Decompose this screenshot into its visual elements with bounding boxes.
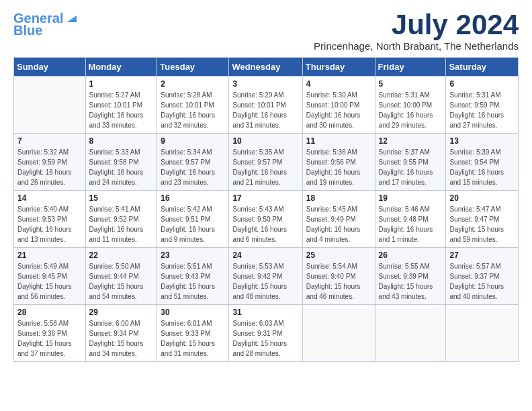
table-row: 17Sunrise: 5:43 AMSunset: 9:50 PMDayligh…	[229, 191, 302, 248]
day-number: 22	[89, 250, 154, 260]
daylight-hours: Daylight: 15 hours	[449, 226, 504, 233]
daylight-hours: Daylight: 16 hours	[306, 226, 361, 233]
sunrise-time: Sunrise: 5:42 AM	[161, 205, 212, 213]
day-number: 13	[449, 136, 515, 146]
day-number: 26	[379, 250, 443, 260]
daylight-minutes: and 31 minutes.	[161, 350, 208, 357]
sunrise-time: Sunrise: 5:58 AM	[17, 320, 69, 327]
daylight-minutes: and 48 minutes.	[232, 293, 280, 300]
sunset-time: Sunset: 9:55 PM	[379, 158, 429, 166]
day-number: 2	[161, 79, 225, 89]
day-number: 30	[161, 308, 225, 317]
sunrise-time: Sunrise: 5:34 AM	[161, 148, 212, 156]
sunrise-time: Sunrise: 5:51 AM	[161, 263, 212, 270]
day-info: Sunrise: 5:30 AMSunset: 10:00 PMDaylight…	[306, 90, 371, 130]
table-row: 27Sunrise: 5:57 AMSunset: 9:37 PMDayligh…	[446, 248, 519, 305]
sunrise-time: Sunrise: 5:33 AM	[89, 148, 140, 156]
day-info: Sunrise: 5:28 AMSunset: 10:01 PMDaylight…	[161, 90, 225, 130]
sunset-time: Sunset: 10:00 PM	[306, 101, 360, 109]
sunset-time: Sunset: 10:01 PM	[232, 101, 286, 109]
table-row: 11Sunrise: 5:36 AMSunset: 9:56 PMDayligh…	[302, 134, 375, 191]
sunrise-time: Sunrise: 5:40 AM	[17, 205, 69, 213]
daylight-hours: Daylight: 15 hours	[379, 283, 433, 290]
sunrise-time: Sunrise: 5:50 AM	[89, 263, 140, 270]
sunrise-time: Sunrise: 5:32 AM	[17, 148, 69, 156]
sunset-time: Sunset: 9:59 PM	[17, 158, 67, 166]
sunset-time: Sunset: 9:47 PM	[449, 216, 499, 223]
sunset-time: Sunset: 10:00 PM	[379, 101, 433, 109]
sunrise-time: Sunrise: 5:53 AM	[232, 263, 283, 270]
daylight-hours: Daylight: 16 hours	[89, 169, 144, 176]
daylight-hours: Daylight: 16 hours	[232, 226, 287, 233]
day-info: Sunrise: 5:58 AMSunset: 9:36 PMDaylight:…	[17, 318, 82, 359]
sunset-time: Sunset: 9:51 PM	[161, 216, 210, 223]
sunset-time: Sunset: 9:54 PM	[449, 158, 499, 166]
daylight-hours: Daylight: 15 hours	[89, 283, 144, 290]
header-wednesday: Wednesday	[229, 58, 302, 77]
sunrise-time: Sunrise: 6:00 AM	[89, 320, 140, 327]
day-number: 7	[17, 136, 82, 146]
sunset-time: Sunset: 9:58 PM	[89, 158, 139, 166]
day-info: Sunrise: 5:29 AMSunset: 10:01 PMDaylight…	[232, 90, 298, 130]
daylight-hours: Daylight: 15 hours	[17, 340, 72, 347]
sunset-time: Sunset: 9:53 PM	[17, 216, 67, 223]
day-info: Sunrise: 6:00 AMSunset: 9:34 PMDaylight:…	[89, 318, 154, 359]
daylight-hours: Daylight: 15 hours	[161, 283, 215, 290]
daylight-minutes: and 40 minutes.	[449, 293, 497, 300]
calendar-week-3: 14Sunrise: 5:40 AMSunset: 9:53 PMDayligh…	[14, 191, 519, 248]
month-title: July 2024	[314, 11, 519, 39]
sunrise-time: Sunrise: 5:57 AM	[449, 263, 500, 270]
table-row: 7Sunrise: 5:32 AMSunset: 9:59 PMDaylight…	[14, 134, 86, 191]
table-row: 5Sunrise: 5:31 AMSunset: 10:00 PMDayligh…	[375, 77, 446, 134]
day-number: 17	[232, 193, 298, 203]
day-info: Sunrise: 5:46 AMSunset: 9:48 PMDaylight:…	[379, 204, 443, 244]
sunset-time: Sunset: 9:40 PM	[306, 273, 356, 280]
sunset-time: Sunset: 9:57 PM	[232, 158, 282, 166]
header-friday: Friday	[375, 58, 446, 77]
day-number: 3	[232, 79, 298, 89]
day-number: 5	[379, 79, 443, 89]
sunset-time: Sunset: 9:57 PM	[161, 158, 210, 166]
daylight-hours: Daylight: 16 hours	[161, 226, 215, 233]
calendar-week-2: 7Sunrise: 5:32 AMSunset: 9:59 PMDaylight…	[14, 134, 519, 191]
day-info: Sunrise: 5:31 AMSunset: 10:00 PMDaylight…	[379, 90, 443, 130]
day-info: Sunrise: 5:40 AMSunset: 9:53 PMDaylight:…	[17, 204, 82, 244]
daylight-hours: Daylight: 16 hours	[306, 169, 361, 176]
daylight-hours: Daylight: 16 hours	[379, 169, 433, 176]
table-row: 18Sunrise: 5:45 AMSunset: 9:49 PMDayligh…	[302, 191, 375, 248]
sunrise-time: Sunrise: 5:28 AM	[161, 91, 212, 99]
daylight-minutes: and 9 minutes.	[161, 236, 205, 243]
daylight-hours: Daylight: 16 hours	[449, 111, 504, 119]
daylight-hours: Daylight: 16 hours	[232, 169, 287, 176]
daylight-hours: Daylight: 16 hours	[379, 226, 433, 233]
logo: General Blue	[13, 11, 79, 38]
calendar-table: Sunday Monday Tuesday Wednesday Thursday…	[13, 57, 519, 362]
sunset-time: Sunset: 9:45 PM	[17, 273, 67, 280]
day-info: Sunrise: 5:55 AMSunset: 9:39 PMDaylight:…	[379, 261, 443, 302]
daylight-minutes: and 11 minutes.	[89, 236, 137, 243]
table-row: 3Sunrise: 5:29 AMSunset: 10:01 PMDayligh…	[229, 77, 302, 134]
day-number: 14	[17, 193, 82, 203]
daylight-minutes: and 37 minutes.	[17, 350, 65, 357]
day-number: 28	[17, 308, 82, 317]
day-info: Sunrise: 5:43 AMSunset: 9:50 PMDaylight:…	[232, 204, 298, 244]
sunrise-time: Sunrise: 5:36 AM	[306, 148, 357, 156]
daylight-hours: Daylight: 16 hours	[232, 111, 287, 119]
day-number: 15	[89, 193, 154, 203]
header-sunday: Sunday	[14, 58, 86, 77]
sunset-time: Sunset: 9:49 PM	[306, 216, 356, 223]
table-row: 31Sunrise: 6:03 AMSunset: 9:31 PMDayligh…	[229, 305, 302, 362]
table-row: 19Sunrise: 5:46 AMSunset: 9:48 PMDayligh…	[375, 191, 446, 248]
day-info: Sunrise: 5:57 AMSunset: 9:37 PMDaylight:…	[449, 261, 515, 302]
day-number: 27	[449, 250, 515, 260]
daylight-hours: Daylight: 15 hours	[17, 283, 72, 290]
sunrise-time: Sunrise: 5:39 AM	[449, 148, 500, 156]
table-row: 13Sunrise: 5:39 AMSunset: 9:54 PMDayligh…	[446, 134, 519, 191]
header: General Blue July 2024 Princenhage, Nort…	[13, 11, 519, 52]
table-row: 1Sunrise: 5:27 AMSunset: 10:01 PMDayligh…	[85, 77, 157, 134]
sunrise-time: Sunrise: 5:35 AM	[232, 148, 283, 156]
daylight-hours: Daylight: 16 hours	[379, 111, 433, 119]
sunset-time: Sunset: 9:34 PM	[89, 330, 139, 337]
table-row: 29Sunrise: 6:00 AMSunset: 9:34 PMDayligh…	[85, 305, 157, 362]
daylight-minutes: and 29 minutes.	[379, 122, 427, 129]
